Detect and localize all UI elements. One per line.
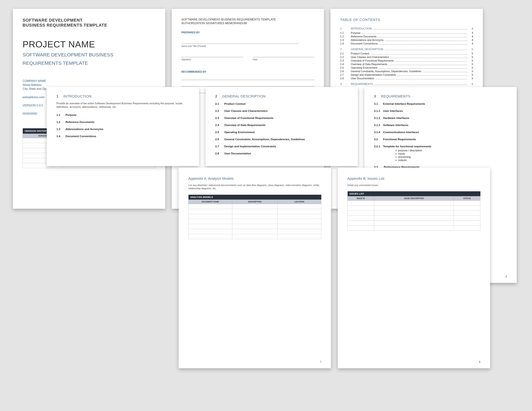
toc-text: Product Context [351, 52, 369, 55]
toc-dots [384, 41, 467, 41]
section-item-num: 1.3 [57, 128, 66, 131]
toc-dots [361, 34, 467, 34]
toc-page: 5 [468, 63, 473, 66]
toc-row: 2GENERAL DESCRIPTION5 [340, 47, 473, 51]
company-name: COMPANY NAME [23, 79, 156, 83]
toc-dots [377, 37, 467, 37]
section-item-num: 2.7 [215, 145, 224, 148]
toc-page: 4 [468, 27, 473, 30]
toc-text: Overview of Data Requirements [351, 63, 387, 66]
toc-num: 2.5 [340, 66, 351, 69]
section-item: 3.1.1User Interfaces [374, 109, 507, 113]
toc-page: 5 [468, 52, 473, 55]
toc-row: 1.1Purpose4 [340, 31, 473, 35]
toc-text: Purpose [351, 32, 361, 35]
date-caption: Date [253, 58, 314, 61]
toc-dots [375, 79, 467, 79]
table-row [348, 211, 480, 216]
document-pretitle-1: SOFTWARE DEVELOPMENT [23, 18, 156, 23]
toc-dots [397, 75, 467, 76]
prepared-by-label: PREPARED BY [181, 31, 314, 34]
section-item: 3.1.4Communications Interfaces [374, 131, 507, 134]
toc-text: Document Conventions [351, 42, 378, 45]
toc-row: 2.5Operating Environment5 [340, 66, 473, 70]
toc-num: 1 [340, 27, 351, 30]
project-name: PROJECT NAME [23, 39, 156, 49]
signature-line [181, 57, 243, 57]
section-item: 2.1Product Context [215, 102, 348, 106]
toc-text: Reference Documents [351, 35, 376, 38]
section-item-title: Product Context [224, 102, 246, 105]
toc-dots [379, 44, 467, 45]
section-item-num: 3.1.3 [374, 124, 383, 127]
section-item: 1.4Document Conventions [57, 135, 190, 138]
toc-num: 2.3 [340, 59, 351, 62]
toc-text: INTRODUCTION [351, 27, 372, 30]
table-row [189, 234, 321, 239]
section-3-bullets: purpose / descriptioninputsprocessingout… [398, 149, 507, 162]
section-3-title: REQUIREMENTS [381, 94, 410, 98]
sig-header-1: SOFTWARE DEVELOPMENT BUSINESS REQUIREMEN… [181, 18, 314, 21]
section-3-heading: 3 REQUIREMENTS [374, 94, 507, 98]
toc-num: 2 [340, 48, 351, 51]
toc-row: 2.2User Classes and Characteristics5 [340, 56, 473, 59]
signature-caption: Signature [181, 58, 243, 61]
section-item-num: 2.8 [215, 152, 224, 155]
section-item: 2.2User Classes and Characteristics [215, 109, 348, 113]
section-item-num: 3.1 [374, 102, 383, 106]
section-item-num: 2.6 [215, 138, 224, 141]
toc-page: 5 [468, 70, 473, 73]
section-item-num: 1.1 [57, 113, 66, 117]
page-section-2: 2 GENERAL DESCRIPTION 2.1Product Context… [206, 87, 358, 166]
page-number-8: 8 [479, 361, 480, 364]
toc-dots [395, 61, 467, 62]
section-item-title: User Documentation [224, 152, 251, 155]
toc-num: 2.1 [340, 52, 351, 55]
toc-num: 2.8 [340, 77, 351, 80]
toc-page: 4 [468, 35, 473, 38]
toc-text: Design and Implementation Constraints [351, 74, 396, 76]
table-row [189, 229, 321, 234]
table-row [348, 216, 480, 221]
section-item: 1.2Reference Documents [57, 121, 190, 124]
toc-page: 5 [468, 48, 473, 51]
section-3-items: 3.1External Interface Requirements3.1.1U… [374, 102, 507, 148]
page-number-6: 6 [505, 275, 507, 278]
section-item: 3.1.3Software Interfaces [374, 124, 507, 127]
section-item-title: User Classes and Characteristics [224, 109, 268, 112]
table-row [348, 221, 480, 226]
toc-row: 1.3Abbreviations and Acronyms4 [340, 38, 473, 42]
toc-page: 5 [468, 66, 473, 69]
section-item-title: General Constraints, Assumptions, Depend… [224, 138, 305, 141]
toc-row: 1.4Document Conventions4 [340, 42, 473, 46]
toc-row: 1.2Reference Documents4 [340, 35, 473, 38]
toc-num: 1.2 [340, 35, 351, 38]
bullet-item: processing [398, 156, 507, 159]
toc-row: 3REQUIREMENTS6 [340, 82, 473, 86]
section-item-title: Reference Documents [66, 121, 95, 124]
section-1-items: 1.1Purpose1.2Reference Documents1.3Abbre… [57, 113, 190, 138]
toc-dots [374, 85, 467, 85]
toc-title: TABLE OF CONTENTS [340, 18, 473, 22]
section-2-heading: 2 GENERAL DESCRIPTION [215, 94, 348, 98]
bullet-item: purpose / description [398, 149, 507, 152]
recommended-by-label: RECOMMENDED BY [181, 70, 314, 73]
toc-dots [373, 29, 467, 29]
section-item-title: Communications Interfaces [383, 131, 419, 134]
street-address: Street Address [23, 83, 156, 87]
section-item: 2.5Operating Environment [215, 131, 348, 134]
toc-num: 2.7 [340, 74, 351, 76]
toc-row: 2.6General Constraints, Assumptions, Dep… [340, 70, 473, 73]
date-line [253, 57, 314, 57]
toc-dots [384, 50, 467, 50]
appA-col-2: DESCRIPTION [232, 200, 277, 204]
section-item-title: Template for functional requirements [383, 145, 431, 148]
sig-header-2: AUTHORIZATION SIGNATURES MEMORANDUM [181, 21, 314, 25]
appendix-a-title: Appendix A. Analysis Models [188, 177, 321, 181]
table-row [189, 224, 321, 229]
section-item-title: Overview of Functional Requirements [224, 117, 273, 120]
section-item-title: Hardware Interfaces [383, 117, 409, 120]
section-item: 2.3Overview of Functional Requirements [215, 117, 348, 120]
table-row [189, 219, 321, 224]
toc-num: 2.2 [340, 56, 351, 59]
